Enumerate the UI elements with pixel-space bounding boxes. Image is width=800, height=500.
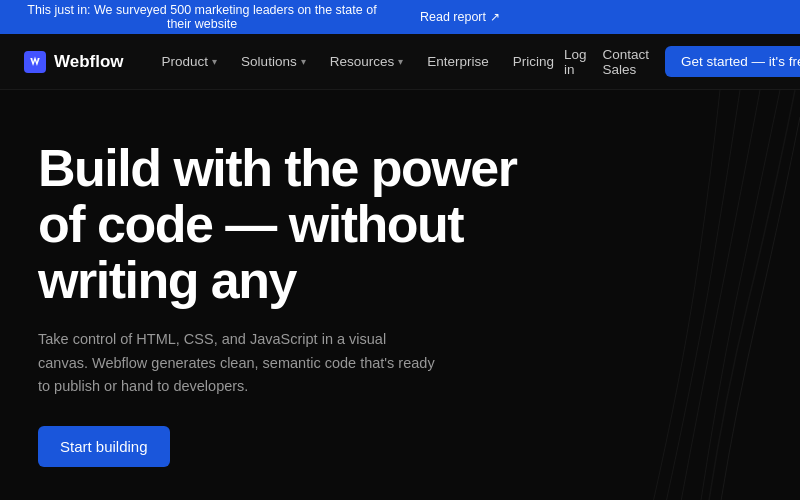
nav-right: Log in Contact Sales Get started — it's … [564,46,800,77]
nav-item-pricing[interactable]: Pricing [503,48,564,75]
read-report-link[interactable]: Read report [420,10,776,24]
hero-title-line3: writing any [38,251,296,309]
start-building-button[interactable]: Start building [38,426,170,467]
logo[interactable]: Webflow [24,51,124,73]
hero-title-line1: Build with the power [38,139,516,197]
hero-title-line2: of code — without [38,195,463,253]
nav-item-product[interactable]: Product ▾ [152,48,228,75]
chevron-down-icon: ▾ [398,56,403,67]
hero-content: Build with the power of code — without w… [38,140,538,467]
hero-title: Build with the power of code — without w… [38,140,538,308]
nav-item-product-label: Product [162,54,209,69]
announcement-bar: This just in: We surveyed 500 marketing … [0,0,800,34]
nav-item-resources[interactable]: Resources ▾ [320,48,414,75]
contact-sales-link[interactable]: Contact Sales [603,47,650,77]
logo-text: Webflow [54,52,124,72]
hero-section: Build with the power of code — without w… [0,90,800,500]
announcement-text: This just in: We surveyed 500 marketing … [24,3,380,31]
chevron-down-icon: ▾ [212,56,217,67]
nav-item-enterprise[interactable]: Enterprise [417,48,499,75]
svg-rect-0 [24,51,46,73]
webflow-logo-icon [24,51,46,73]
nav-item-solutions-label: Solutions [241,54,297,69]
nav-item-solutions[interactable]: Solutions ▾ [231,48,316,75]
login-link[interactable]: Log in [564,47,587,77]
get-started-button[interactable]: Get started — it's free [665,46,800,77]
nav-item-resources-label: Resources [330,54,395,69]
nav-item-pricing-label: Pricing [513,54,554,69]
hero-subtitle: Take control of HTML, CSS, and JavaScrip… [38,328,438,398]
navbar: Webflow Product ▾ Solutions ▾ Resources … [0,34,800,90]
nav-links: Product ▾ Solutions ▾ Resources ▾ Enterp… [152,48,564,75]
chevron-down-icon: ▾ [301,56,306,67]
nav-item-enterprise-label: Enterprise [427,54,489,69]
